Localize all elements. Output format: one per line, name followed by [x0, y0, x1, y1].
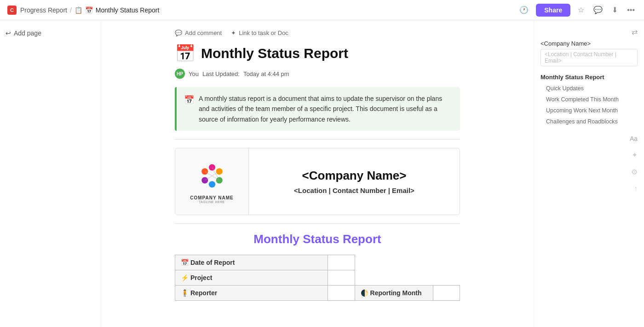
table-label-reporter: 🧍 Reporter: [175, 286, 328, 301]
topbar: C Progress Report / 📋 📅 Monthly Status R…: [0, 0, 644, 20]
callout-icon: 📅: [184, 93, 194, 107]
author-row: HP You Last Updated: Today at 4:44 pm: [175, 69, 460, 79]
table-label-project: ⚡ Project: [175, 270, 328, 286]
nav-item-quick-updates[interactable]: Quick Updates: [540, 84, 638, 93]
topbar-right: 🕐 Share ☆ 💬 ⬇ •••: [518, 4, 637, 17]
last-updated-value: Today at 4:44 pm: [243, 70, 289, 77]
add-page-label: Add page: [14, 29, 41, 37]
callout-text: A monthly status report is a document th…: [199, 93, 453, 124]
table-value-date[interactable]: [328, 255, 355, 270]
comment-icon: 💬: [175, 29, 182, 36]
settings-icon-btn[interactable]: ⚙: [631, 168, 638, 176]
customize-icon-btn[interactable]: ✦: [632, 151, 638, 159]
table-value-project[interactable]: [328, 270, 355, 286]
breadcrumb-separator: /: [70, 6, 72, 14]
nav-item-work-completed[interactable]: Work Completed This Month: [540, 95, 638, 104]
collapse-panel-button[interactable]: ⇄: [632, 28, 638, 36]
add-comment-button[interactable]: 💬 Add comment: [175, 29, 222, 36]
company-details: <Location | Contact Number | Email>: [294, 187, 414, 194]
company-info: <Company Name> <Location | Contact Numbe…: [249, 148, 460, 215]
link-icon: ✦: [231, 29, 236, 36]
avatar: HP: [175, 69, 185, 79]
chat-icon-btn[interactable]: 💬: [592, 4, 604, 16]
doc-header: 📅 Monthly Status Report: [175, 44, 460, 63]
breadcrumb-doc-icon: 📋: [75, 6, 82, 14]
more-icon-btn[interactable]: •••: [625, 4, 637, 16]
topbar-left: C Progress Report / 📋 📅 Monthly Status R…: [7, 6, 159, 15]
company-name-small: COMPANY NAME: [190, 195, 233, 200]
nav-item-monthly-status[interactable]: Monthly Status Report: [540, 73, 638, 82]
add-page-icon: ↩: [6, 29, 11, 37]
company-tagline-small: TAGLINE HERE: [199, 200, 225, 204]
project-icon: ⚡: [181, 274, 189, 281]
share-icon-btn[interactable]: ↑: [634, 185, 638, 193]
nav-item-upcoming-work[interactable]: Upcoming Work Next Month: [540, 106, 638, 115]
history-icon-btn[interactable]: 🕐: [518, 4, 530, 16]
company-logo-svg: [196, 159, 228, 192]
right-panel-collapse: ⇄: [540, 28, 638, 36]
breadcrumb: Progress Report / 📋 📅 Monthly Status Rep…: [20, 6, 159, 14]
table-label-date: 📅 Date of Report: [175, 255, 328, 270]
author-name: You: [189, 70, 199, 77]
share-button[interactable]: Share: [536, 4, 570, 17]
svg-point-3: [209, 181, 215, 187]
callout-block: 📅 A monthly status report is a document …: [175, 87, 460, 131]
reporting-month-icon: 🌓: [361, 289, 368, 297]
sidebar: ↩ Add page: [0, 20, 101, 327]
table-label-reporting-month: 🌓 Reporting Month: [355, 286, 433, 301]
date-icon: 📅: [181, 259, 189, 266]
right-panel-nav: Monthly Status Report Quick Updates Work…: [540, 73, 638, 126]
table-value-reporter[interactable]: [328, 286, 355, 301]
nav-item-challenges[interactable]: Challenges and Roadblocks: [540, 117, 638, 126]
company-logo-box: COMPANY NAME TAGLINE HERE: [175, 148, 249, 215]
table-row: ⚡ Project: [175, 270, 460, 286]
doc-toolbar: 💬 Add comment ✦ Link to task or Doc: [175, 29, 460, 36]
breadcrumb-doc-title: Monthly Status Report: [96, 6, 160, 14]
link-button[interactable]: ✦ Link to task or Doc: [231, 29, 288, 36]
breadcrumb-app[interactable]: Progress Report: [20, 6, 67, 14]
main-content: 💬 Add comment ✦ Link to task or Doc 📅 Mo…: [101, 20, 534, 327]
section-title: Monthly Status Report: [175, 232, 460, 246]
reporter-icon: 🧍: [181, 289, 189, 297]
layout: ↩ Add page 💬 Add comment ✦ Link to task …: [0, 20, 644, 327]
report-table: 📅 Date of Report ⚡ Project: [175, 255, 460, 301]
right-panel-company-name: <Company Name>: [540, 40, 638, 47]
breadcrumb-doc-icon-emoji: 📅: [85, 6, 93, 14]
table-value-reporting-month[interactable]: [433, 286, 460, 301]
right-panel-location: <Location | Contact Number | Email>: [540, 49, 638, 66]
company-card: COMPANY NAME TAGLINE HERE <Company Name>…: [175, 148, 460, 215]
right-panel: ⇄ <Company Name> <Location | Contact Num…: [534, 20, 644, 327]
doc-header-icon: 📅: [175, 44, 196, 63]
company-name-large: <Company Name>: [302, 169, 407, 183]
content-wrap: 💬 Add comment ✦ Link to task or Doc 📅 Mo…: [156, 20, 478, 310]
export-icon-btn[interactable]: ⬇: [610, 4, 620, 16]
last-updated-label: Last Updated:: [202, 70, 240, 77]
star-icon-btn[interactable]: ☆: [576, 4, 586, 16]
divider-2: [175, 223, 460, 224]
divider-1: [175, 139, 460, 140]
table-row: 📅 Date of Report: [175, 255, 460, 270]
app-logo: C: [7, 6, 17, 15]
font-size-button[interactable]: Aa: [630, 135, 638, 142]
doc-title: Monthly Status Report: [201, 46, 348, 61]
table-row: 🧍 Reporter 🌓 Reporting Month: [175, 286, 460, 301]
add-page-button[interactable]: ↩ Add page: [6, 28, 95, 39]
